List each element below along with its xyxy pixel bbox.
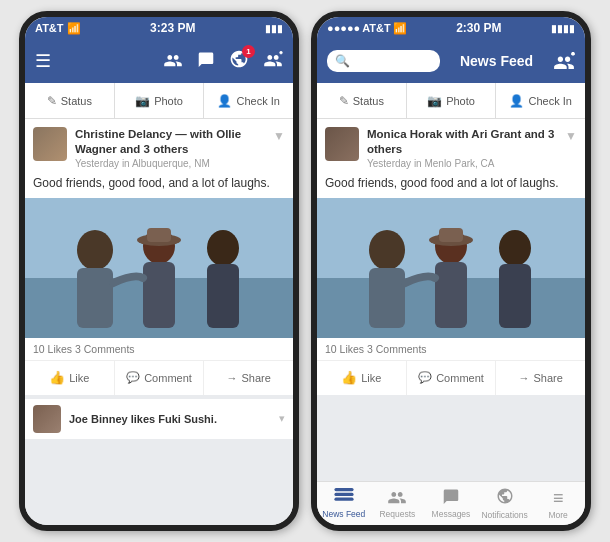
post-text-1: Good friends, good food, and a lot of la…: [25, 173, 293, 198]
photo-label-2: Photo: [446, 95, 475, 107]
tab-bar-2: News Feed Requests Messages Notification…: [317, 481, 585, 525]
post-card-1: Christine Delancy — with Ollie Wagner an…: [25, 119, 293, 395]
svg-rect-12: [147, 228, 171, 242]
wifi-icon-1: 📶: [67, 22, 81, 35]
svg-rect-23: [499, 264, 531, 328]
comment-btn-2[interactable]: 💬 Comment: [407, 361, 497, 395]
svg-point-22: [499, 230, 531, 266]
search-title-bar: 🔍 News Feed: [317, 39, 585, 83]
feed-1: Christine Delancy — with Ollie Wagner an…: [25, 119, 293, 525]
phone-2: ●●●●● AT&T 📶 2:30 PM ▮▮▮▮ 🔍 News Feed ✎ …: [311, 11, 591, 531]
like-label-2: Like: [361, 372, 381, 384]
svg-point-18: [369, 230, 405, 270]
status-bar-1: AT&T 📶 3:23 PM ▮▮▮: [25, 17, 293, 39]
people-icon-1[interactable]: [263, 51, 283, 72]
post-time-2: Yesterday in Menlo Park, CA: [367, 158, 577, 169]
comment-icon-2: 💬: [418, 371, 432, 384]
tab-notifications[interactable]: Notifications: [478, 482, 532, 525]
action-bar-1: ✎ Status 📷 Photo 👤 Check In: [25, 83, 293, 119]
photo-label-1: Photo: [154, 95, 183, 107]
svg-rect-21: [435, 262, 467, 328]
thumbsup-icon-2: 👍: [341, 370, 357, 385]
svg-rect-27: [334, 493, 353, 496]
tab-requests-label: Requests: [379, 509, 415, 519]
svg-rect-6: [77, 268, 113, 328]
status-icons-2: ▮▮▮▮: [551, 23, 575, 34]
hamburger-icon[interactable]: ☰: [35, 52, 51, 70]
checkin-btn-1[interactable]: 👤 Check In: [204, 83, 293, 118]
share-btn-2[interactable]: → Share: [496, 361, 585, 395]
carrier-text-1: AT&T: [35, 22, 64, 34]
svg-point-9: [207, 230, 239, 266]
status-btn-1[interactable]: ✎ Status: [25, 83, 115, 118]
battery-icon-2: ▮▮▮▮: [551, 23, 575, 34]
pencil-icon-1: ✎: [47, 94, 57, 108]
photo-btn-1[interactable]: 📷 Photo: [115, 83, 205, 118]
like-btn-1[interactable]: 👍 Like: [25, 361, 115, 395]
svg-rect-19: [369, 268, 405, 328]
post-image-2: [317, 198, 585, 338]
camera-icon-2: 📷: [427, 94, 442, 108]
tab-messages-label: Messages: [432, 509, 471, 519]
post-actions-1: 👍 Like 💬 Comment → Share: [25, 361, 293, 395]
tab-messages[interactable]: Messages: [424, 482, 478, 525]
chevron-down-icon-1[interactable]: ▼: [273, 129, 285, 143]
search-wrap[interactable]: 🔍: [327, 50, 440, 72]
location-icon-2: 👤: [509, 94, 524, 108]
svg-point-5: [77, 230, 113, 270]
chevron-down-icon-2[interactable]: ▼: [565, 129, 577, 143]
post-meta-2: Monica Horak with Ari Grant and 3 others…: [367, 127, 577, 169]
time-1: 3:23 PM: [150, 21, 195, 35]
tab-more[interactable]: ≡ More: [531, 482, 585, 525]
feed-2: Monica Horak with Ari Grant and 3 others…: [317, 119, 585, 481]
svg-rect-28: [334, 498, 353, 501]
chevron-right-icon: ▾: [279, 412, 285, 425]
checkin-btn-2[interactable]: 👤 Check In: [496, 83, 585, 118]
search-icon: 🔍: [335, 54, 350, 68]
requests-tab-icon: [387, 488, 407, 508]
photo-btn-2[interactable]: 📷 Photo: [407, 83, 497, 118]
thumbsup-icon-1: 👍: [49, 370, 65, 385]
mini-post-detail: likes Fuki Sushi.: [131, 413, 217, 425]
status-btn-2[interactable]: ✎ Status: [317, 83, 407, 118]
nav-icons-1: 1: [163, 49, 283, 74]
location-icon-1: 👤: [217, 94, 232, 108]
post-author-2: Monica Horak with Ari Grant and 3 others: [367, 127, 577, 157]
post-image-1: [25, 198, 293, 338]
post-author-1: Christine Delancy — with Ollie Wagner an…: [75, 127, 285, 157]
phone-1: AT&T 📶 3:23 PM ▮▮▮ ☰ 1: [19, 11, 299, 531]
action-bar-2: ✎ Status 📷 Photo 👤 Check In: [317, 83, 585, 119]
like-btn-2[interactable]: 👍 Like: [317, 361, 407, 395]
mini-post-text-1: Joe Binney likes Fuki Sushi.: [69, 413, 217, 425]
avatar-2: [325, 127, 359, 161]
friends-icon[interactable]: [163, 51, 183, 72]
tab-requests[interactable]: Requests: [371, 482, 425, 525]
svg-rect-25: [439, 228, 463, 242]
newsfeed-tab-icon: [334, 488, 354, 508]
share-label-1: Share: [242, 372, 271, 384]
more-tab-icon: ≡: [553, 488, 564, 509]
status-label-1: Status: [61, 95, 92, 107]
newsfeed-title: News Feed: [448, 53, 545, 69]
phones-container: AT&T 📶 3:23 PM ▮▮▮ ☰ 1: [9, 1, 601, 541]
post-stats-2: 10 Likes 3 Comments: [317, 338, 585, 361]
globe-icon[interactable]: 1: [229, 49, 249, 74]
post-actions-2: 👍 Like 💬 Comment → Share: [317, 361, 585, 395]
messenger-icon[interactable]: [197, 51, 215, 72]
pencil-icon-2: ✎: [339, 94, 349, 108]
tab-more-label: More: [548, 510, 567, 520]
share-icon-2: →: [519, 372, 530, 384]
share-label-2: Share: [534, 372, 563, 384]
comment-btn-1[interactable]: 💬 Comment: [115, 361, 205, 395]
comment-label-1: Comment: [144, 372, 192, 384]
tab-newsfeed[interactable]: News Feed: [317, 482, 371, 525]
add-friend-icon[interactable]: [545, 52, 575, 70]
carrier-text-2: AT&T: [362, 22, 391, 34]
wifi-icon-2: 📶: [393, 22, 407, 35]
post-header-2: Monica Horak with Ari Grant and 3 others…: [317, 119, 585, 173]
share-btn-1[interactable]: → Share: [204, 361, 293, 395]
carrier-2: ●●●●● AT&T 📶: [327, 22, 407, 35]
comment-icon-1: 💬: [126, 371, 140, 384]
svg-rect-26: [334, 488, 353, 491]
checkin-label-1: Check In: [236, 95, 279, 107]
